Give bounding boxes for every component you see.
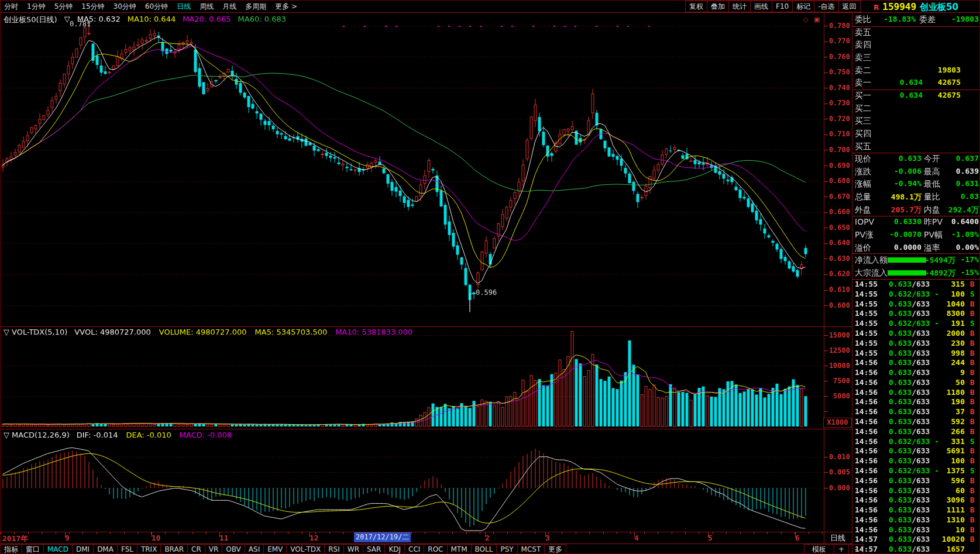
- period-tab-日线[interactable]: 日线: [177, 2, 191, 12]
- selected-date-badge[interactable]: 2017/12/19/二: [354, 532, 411, 542]
- weicha-label: 委差: [919, 15, 936, 25]
- macd-legend-item: DIF: -0.014: [77, 431, 118, 439]
- period-tab-更多 >[interactable]: 更多 >: [275, 2, 297, 12]
- indicator-tab-VOL-TDX[interactable]: VOL-TDX: [286, 544, 325, 554]
- tick-side: B: [970, 339, 975, 347]
- indicator-tab-PSY[interactable]: PSY: [496, 544, 517, 554]
- indicator-tab-WR[interactable]: WR: [343, 544, 363, 554]
- tick-time: 14:56: [855, 378, 878, 387]
- indicator-tab-MACD[interactable]: MACD: [43, 544, 73, 554]
- indicator-tab-TRIX[interactable]: TRIX: [137, 544, 161, 554]
- tick-side: B: [970, 378, 975, 387]
- panel-separator: [852, 279, 980, 280]
- indicator-tab-ASI[interactable]: ASI: [245, 544, 264, 554]
- tick-side: B: [970, 358, 975, 367]
- indicator-tab-FSL[interactable]: FSL: [117, 544, 137, 554]
- tick-volume: 3096: [923, 495, 965, 504]
- indicator-tab-KDJ[interactable]: KDJ: [384, 544, 405, 554]
- bid-row[interactable]: 买五: [852, 140, 980, 153]
- period-tab-月线[interactable]: 月线: [222, 2, 236, 12]
- ask-row[interactable]: 卖五: [852, 26, 980, 39]
- volume-legend: VVOL: 4980727.000VOLUME: 4980727.000MA5:…: [74, 328, 412, 336]
- tick-price-main: 0.633: [889, 545, 912, 553]
- period-tab-周线[interactable]: 周线: [200, 2, 214, 12]
- toolbar-button-标记[interactable]: 标记: [792, 1, 814, 12]
- stock-code: 159949: [882, 1, 916, 12]
- window-split-icon[interactable]: ▣: [814, 16, 820, 23]
- indicator-tab-指标[interactable]: 指标: [0, 544, 22, 554]
- bid-label: 买四: [855, 129, 871, 139]
- tick-row: 14:570.633/63310020B: [852, 535, 980, 544]
- indicator-tab-RSI[interactable]: RSI: [324, 544, 344, 554]
- price-axis-label: 0.740: [823, 84, 850, 92]
- tick-side: B: [970, 476, 975, 485]
- quote-value: -0.0070: [878, 230, 921, 239]
- indicator-tab-SAR[interactable]: SAR: [363, 544, 385, 554]
- tick-price-main: 0.633: [889, 388, 912, 397]
- toolbar-button-F10[interactable]: F10: [772, 1, 793, 12]
- toolbar-button-返回[interactable]: 返回: [838, 1, 861, 12]
- tick-volume: 1375: [923, 466, 965, 475]
- indicator-tab-MCST[interactable]: MCST: [517, 544, 545, 554]
- indicator-tab-ROC[interactable]: ROC: [424, 544, 447, 554]
- collapse-triangle-icon[interactable]: ▽: [4, 431, 9, 439]
- toolbar-button-画线[interactable]: 画线: [750, 1, 772, 12]
- period-tab-15分钟[interactable]: 15分钟: [81, 2, 104, 12]
- ask-row[interactable]: 卖二19803: [852, 64, 980, 77]
- tick-row: 14:560.633/6339B: [852, 368, 980, 377]
- ask-row[interactable]: 卖一0.63442675: [852, 77, 980, 89]
- quote-value: 0.83: [938, 192, 979, 201]
- indicator-tab-OBV[interactable]: OBV: [222, 544, 245, 554]
- collapse-triangle-icon[interactable]: ▽: [4, 328, 9, 336]
- template-button--[interactable]: -: [848, 544, 864, 554]
- toolbar-button-叠加[interactable]: 叠加: [707, 1, 729, 12]
- indicator-tab-VR[interactable]: VR: [205, 544, 223, 554]
- tick-volume: 10020: [923, 535, 965, 543]
- price-axis-label: 0.770: [823, 37, 850, 45]
- quote-label: IOPV: [855, 217, 874, 226]
- quote-row: 涨幅-0.94%最低0.631: [852, 178, 980, 190]
- bid-row[interactable]: 买一0.63442675: [852, 90, 980, 102]
- indicator-tab-EMV[interactable]: EMV: [263, 544, 287, 554]
- toolbar-button-复权[interactable]: 复权: [685, 1, 707, 12]
- diamond-marker-icon[interactable]: ◇: [803, 16, 808, 23]
- indicator-tab-BRAR[interactable]: BRAR: [160, 544, 188, 554]
- indicator-tab-BOLL[interactable]: BOLL: [471, 544, 497, 554]
- indicator-tab-更多[interactable]: 更多: [544, 544, 566, 554]
- tick-time: 14:55: [855, 339, 878, 347]
- indicator-tab-CCI[interactable]: CCI: [404, 544, 424, 554]
- indicator-tab-MTM[interactable]: MTM: [447, 544, 472, 554]
- registered-marker: R: [874, 4, 879, 12]
- tick-volume: 190: [923, 397, 965, 406]
- indicator-tab-DMA[interactable]: DMA: [93, 544, 118, 554]
- indicator-tab-CR[interactable]: CR: [187, 544, 205, 554]
- indicator-tab-DMI[interactable]: DMI: [72, 544, 94, 554]
- quote-panel: 委比-18.83%委差-19803卖五卖四卖三卖二19803卖一0.634426…: [852, 1, 980, 554]
- period-tab-1分钟[interactable]: 1分钟: [27, 2, 46, 12]
- quote-value: 292.4万: [938, 205, 979, 215]
- tick-side: B: [970, 349, 975, 357]
- period-tab-60分钟[interactable]: 60分钟: [145, 2, 168, 12]
- toolbar-button-统计[interactable]: 统计: [728, 1, 751, 12]
- divider-line: [824, 13, 824, 543]
- ask-row[interactable]: 卖四: [852, 39, 980, 51]
- period-tab-30分钟[interactable]: 30分钟: [114, 2, 136, 12]
- bid-row[interactable]: 买三: [852, 115, 980, 127]
- macd-axis-label: 0.005: [823, 468, 850, 476]
- period-tab-分时[interactable]: 分时: [4, 2, 18, 12]
- period-tab-5分钟[interactable]: 5分钟: [54, 2, 73, 12]
- bid-row[interactable]: 买二: [852, 102, 980, 115]
- panel-separator: [852, 153, 980, 153]
- template-button-模板[interactable]: 模板: [804, 544, 834, 554]
- tick-row: 14:560.632/633 -331S: [852, 437, 980, 446]
- ask-row[interactable]: 卖三: [852, 51, 980, 64]
- template-button-+[interactable]: +: [834, 544, 849, 554]
- tick-price-main: 0.633: [889, 280, 912, 288]
- quote-value: 0.633: [878, 154, 921, 163]
- tick-row: 14:560.633/6331111B: [852, 505, 980, 515]
- ask-label: 卖四: [855, 40, 871, 50]
- bid-row[interactable]: 买四: [852, 128, 980, 140]
- toolbar-button--自选[interactable]: -自选: [814, 1, 838, 12]
- period-tab-多周期[interactable]: 多周期: [245, 2, 266, 12]
- indicator-tab-窗口[interactable]: 窗口: [22, 544, 44, 554]
